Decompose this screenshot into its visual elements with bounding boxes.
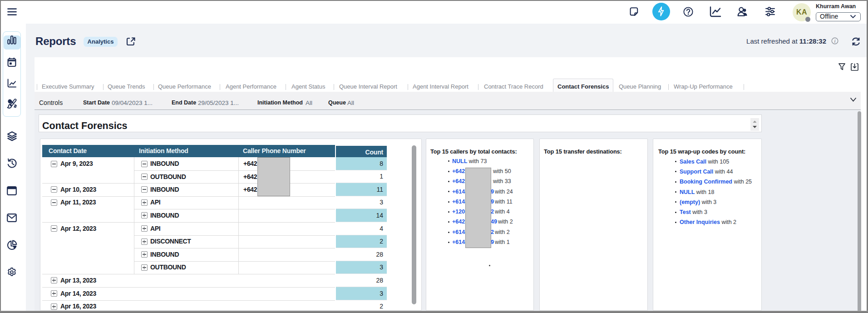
svg-text:i: i — [834, 39, 836, 44]
